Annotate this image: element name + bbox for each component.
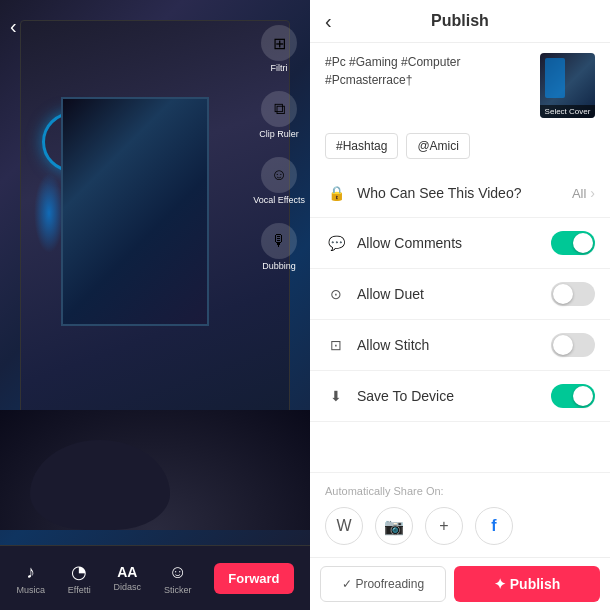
filters-label: Filtri — [271, 63, 288, 73]
cover-label: Select Cover — [540, 105, 595, 118]
save-to-device-toggle[interactable] — [551, 384, 595, 408]
share-section: Automatically Share On: W 📷 + f — [310, 472, 610, 557]
filters-icon: ⊞ — [261, 25, 297, 61]
controller-shape — [30, 440, 170, 530]
allow-duet-label: Allow Duet — [357, 286, 551, 302]
allow-comments-toggle-knob — [573, 233, 593, 253]
right-panel: ‹ Publish #Pc #Gaming #Computer #Pcmaste… — [310, 0, 610, 610]
allow-duet-item: ⊙ Allow Duet — [310, 269, 610, 320]
clip-rules-icon: ⧉ — [261, 91, 297, 127]
clip-rules-item[interactable]: ⧉ Clip Ruler — [259, 91, 299, 139]
facebook-icon-symbol: f — [491, 517, 496, 535]
bottom-action-bar: ✓ Proofreading ✦ Publish — [310, 557, 610, 610]
music-label: Musica — [16, 585, 45, 595]
vocal-effects-label: Vocal Effects — [253, 195, 305, 205]
comment-icon: 💬 — [325, 232, 347, 254]
music-tool[interactable]: ♪ Musica — [16, 562, 45, 595]
text-icon: AA — [117, 564, 137, 580]
hashtag-button[interactable]: #Hashtag — [325, 133, 398, 159]
instagram-icon-symbol: 📷 — [384, 517, 404, 536]
proofread-button[interactable]: ✓ Proofreading — [320, 566, 446, 602]
tag-buttons-row: #Hashtag @Amici — [310, 128, 610, 169]
lock-icon: 🔒 — [325, 182, 347, 204]
add-share-icon[interactable]: + — [425, 507, 463, 545]
text-label: Didasc — [114, 582, 142, 592]
allow-stitch-label: Allow Stitch — [357, 337, 551, 353]
top-nav: ‹ Publish — [310, 0, 610, 43]
controller-area — [0, 410, 310, 530]
dubbing-label: Dubbing — [262, 261, 296, 271]
effects-label: Effetti — [68, 585, 91, 595]
who-can-see-chevron-icon: › — [590, 185, 595, 201]
forward-button[interactable]: Forward — [214, 563, 293, 594]
filters-item[interactable]: ⊞ Filtri — [261, 25, 297, 73]
vocal-effects-item[interactable]: ☺ Vocal Effects — [253, 157, 305, 205]
cover-thumbnail[interactable]: Select Cover — [540, 53, 595, 118]
whatsapp-share-icon[interactable]: W — [325, 507, 363, 545]
save-to-device-label: Save To Device — [357, 388, 551, 404]
save-to-device-item: ⬇ Save To Device — [310, 371, 610, 422]
pc-glow — [34, 173, 64, 253]
publish-back-button[interactable]: ‹ — [325, 10, 332, 33]
cover-thumb-blue-accent — [545, 58, 565, 98]
share-label: Automatically Share On: — [325, 485, 595, 497]
share-icons-row: W 📷 + f — [325, 507, 595, 545]
who-can-see-label: Who Can See This Video? — [357, 185, 572, 201]
sticker-label: Sticker — [164, 585, 192, 595]
text-tool[interactable]: AA Didasc — [114, 564, 142, 592]
allow-comments-label: Allow Comments — [357, 235, 551, 251]
allow-stitch-toggle-knob — [553, 335, 573, 355]
effects-tool[interactable]: ◔ Effetti — [68, 561, 91, 595]
vocal-effects-icon: ☺ — [261, 157, 297, 193]
bottom-toolbar: ♪ Musica ◔ Effetti AA Didasc ☺ Sticker F… — [0, 545, 310, 610]
publish-title: Publish — [431, 12, 489, 30]
allow-comments-toggle[interactable] — [551, 231, 595, 255]
hashtag-text[interactable]: #Pc #Gaming #Computer #Pcmasterrace† — [325, 53, 530, 89]
allow-stitch-item: ⊡ Allow Stitch — [310, 320, 610, 371]
whatsapp-icon-symbol: W — [336, 517, 351, 535]
pc-screen — [61, 97, 208, 326]
dubbing-icon: 🎙 — [261, 223, 297, 259]
music-icon: ♪ — [26, 562, 35, 583]
save-to-device-toggle-knob — [573, 386, 593, 406]
publish-button[interactable]: ✦ Publish — [454, 566, 600, 602]
hashtag-section: #Pc #Gaming #Computer #Pcmasterrace† Sel… — [310, 43, 610, 128]
allow-duet-toggle-knob — [553, 284, 573, 304]
download-icon: ⬇ — [325, 385, 347, 407]
settings-list: 🔒 Who Can See This Video? All › 💬 Allow … — [310, 169, 610, 472]
dubbing-item[interactable]: 🎙 Dubbing — [261, 223, 297, 271]
right-icons-panel: ⊞ Filtri ⧉ Clip Ruler ☺ Vocal Effects 🎙 … — [253, 25, 305, 271]
allow-duet-toggle[interactable] — [551, 282, 595, 306]
stitch-icon: ⊡ — [325, 334, 347, 356]
duet-icon: ⊙ — [325, 283, 347, 305]
clip-rules-label: Clip Ruler — [259, 129, 299, 139]
sticker-icon: ☺ — [168, 562, 186, 583]
allow-stitch-toggle[interactable] — [551, 333, 595, 357]
facebook-share-icon[interactable]: f — [475, 507, 513, 545]
video-back-arrow[interactable]: ‹ — [10, 15, 17, 38]
instagram-share-icon[interactable]: 📷 — [375, 507, 413, 545]
who-can-see-value: All — [572, 186, 586, 201]
who-can-see-item[interactable]: 🔒 Who Can See This Video? All › — [310, 169, 610, 218]
allow-comments-item: 💬 Allow Comments — [310, 218, 610, 269]
friends-tag-button[interactable]: @Amici — [406, 133, 470, 159]
effects-icon: ◔ — [71, 561, 87, 583]
left-panel: ‹ ⊞ Filtri ⧉ Clip Ruler ☺ Vocal Effects … — [0, 0, 310, 610]
add-icon-symbol: + — [439, 517, 448, 535]
sticker-tool[interactable]: ☺ Sticker — [164, 562, 192, 595]
